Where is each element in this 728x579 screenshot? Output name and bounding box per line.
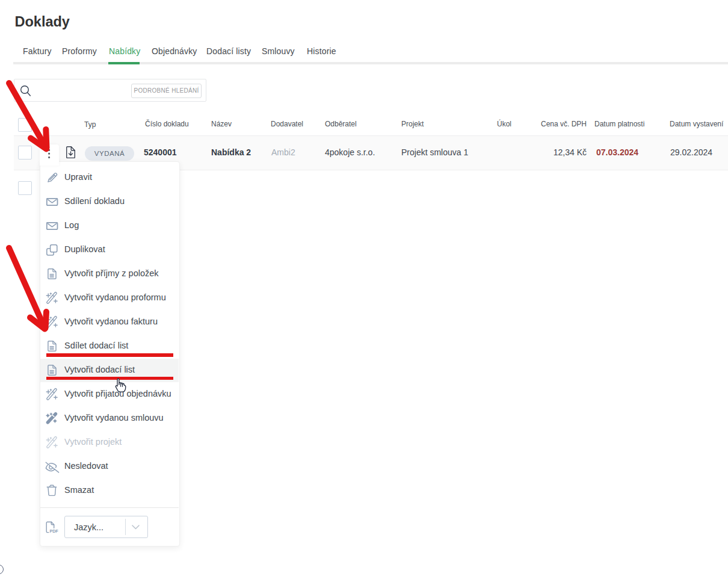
svg-text:PDF: PDF bbox=[50, 528, 59, 534]
